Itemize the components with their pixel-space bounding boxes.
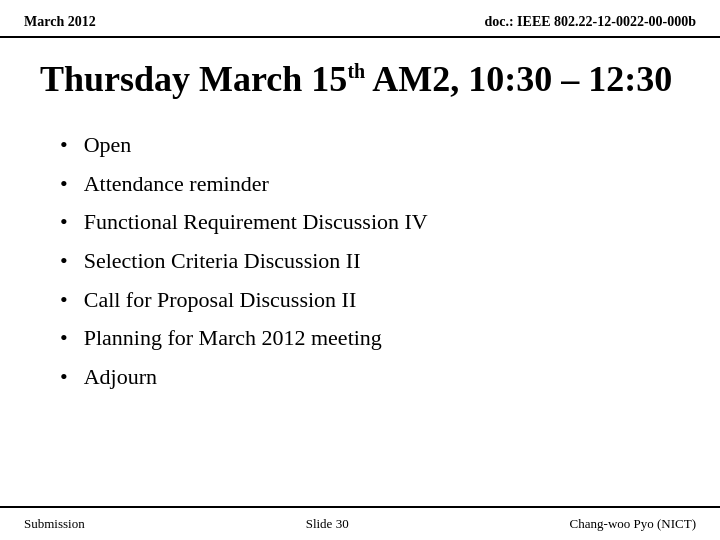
bullet-dot: • [60, 208, 68, 237]
list-item: •Functional Requirement Discussion IV [60, 208, 680, 237]
header-doc: doc.: IEEE 802.22-12-0022-00-000b [484, 14, 696, 30]
bullet-dot: • [60, 131, 68, 160]
header: March 2012 doc.: IEEE 802.22-12-0022-00-… [0, 0, 720, 38]
slide: March 2012 doc.: IEEE 802.22-12-0022-00-… [0, 0, 720, 540]
bullet-text: Open [84, 131, 132, 160]
footer-author: Chang-woo Pyo (NICT) [570, 516, 696, 532]
title-text-after-sup: AM2, 10:30 – 12:30 [365, 59, 672, 99]
list-item: •Selection Criteria Discussion II [60, 247, 680, 276]
list-item: •Attendance reminder [60, 170, 680, 199]
bullet-dot: • [60, 286, 68, 315]
bullet-dot: • [60, 170, 68, 199]
agenda-list: •Open•Attendance reminder•Functional Req… [60, 131, 680, 391]
list-item: •Open [60, 131, 680, 160]
bullet-text: Selection Criteria Discussion II [84, 247, 361, 276]
footer: Submission Slide 30 Chang-woo Pyo (NICT) [0, 506, 720, 540]
list-item: •Planning for March 2012 meeting [60, 324, 680, 353]
main-title: Thursday March 15th AM2, 10:30 – 12:30 [40, 58, 680, 101]
bullet-dot: • [60, 247, 68, 276]
bullet-text: Call for Proposal Discussion II [84, 286, 357, 315]
bullet-text: Adjourn [84, 363, 157, 392]
bullet-text: Attendance reminder [84, 170, 269, 199]
footer-slide: Slide 30 [306, 516, 349, 532]
bullet-dot: • [60, 363, 68, 392]
list-item: •Call for Proposal Discussion II [60, 286, 680, 315]
title-section: Thursday March 15th AM2, 10:30 – 12:30 [0, 38, 720, 111]
list-item: •Adjourn [60, 363, 680, 392]
bullet-text: Planning for March 2012 meeting [84, 324, 382, 353]
bullet-text: Functional Requirement Discussion IV [84, 208, 428, 237]
title-text-before-sup: Thursday March 15 [40, 59, 347, 99]
bullet-dot: • [60, 324, 68, 353]
footer-submission: Submission [24, 516, 85, 532]
content-section: •Open•Attendance reminder•Functional Req… [0, 111, 720, 411]
title-superscript: th [347, 60, 365, 82]
header-date: March 2012 [24, 14, 96, 30]
